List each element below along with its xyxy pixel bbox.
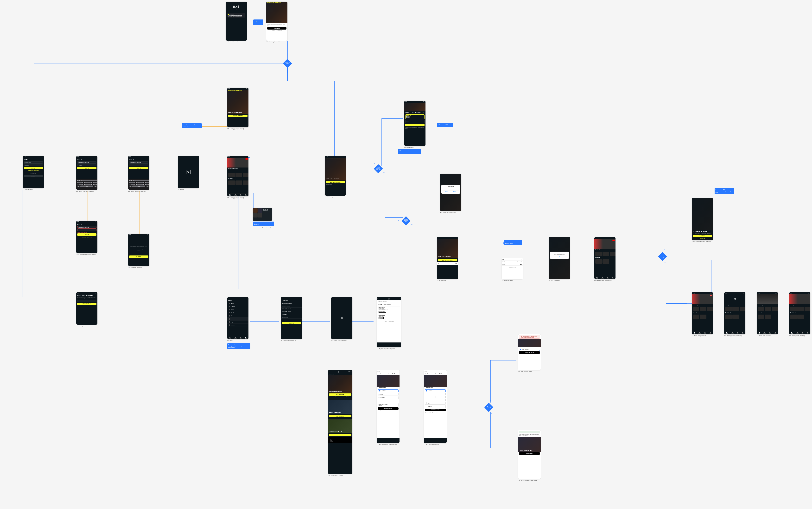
plan-annual[interactable]: BEST VALUE ANNUAL $99.99/yr — [405, 114, 424, 119]
hamburger-icon[interactable]: ☰ — [378, 298, 378, 300]
keyboard[interactable]: qwertyuiop asdfghjkl ⇧zxcvbnm⌫ 123spaceg… — [128, 179, 150, 190]
buy-button[interactable]: BUY NOW · $59.99 — [378, 407, 398, 410]
email-input[interactable]: Email address — [77, 300, 96, 302]
screen-web-pay-1: ‹ Back Purchase pay-per-view on DAZN 1. … — [377, 370, 399, 443]
email-input[interactable]: john.smith@example.com — [77, 161, 96, 164]
trophy-icon — [240, 194, 241, 195]
buy-button[interactable]: BUY NOW FOR $59.99 — [438, 259, 457, 261]
not-now-link[interactable]: NOT NOW — [693, 238, 712, 239]
signup-link[interactable]: SIGN UP — [348, 371, 352, 373]
continue-button[interactable]: CONTINUE — [405, 124, 424, 126]
plan-monthly[interactable]: MONTHLY $19.99/mo — [405, 120, 424, 123]
help-icon — [229, 321, 230, 323]
tab-schedule[interactable]: Schedule — [233, 194, 238, 196]
buy-now-button[interactable]: BUY NOW FOR $59.99 — [228, 114, 248, 117]
home-icon — [229, 303, 230, 304]
home-hero[interactable]: LIVE — [227, 158, 249, 168]
hamburger-icon[interactable]: ☰ — [329, 371, 329, 373]
tab-home[interactable]: Home — [227, 194, 233, 196]
screen-plans: 9:41●●● UPDATE YOUR SUBSCRIPTION BEST VA… — [404, 101, 425, 146]
hero: 8 PM EDT | SUPER MIDDLEWEIGHT CANELO VS … — [266, 2, 287, 23]
continue-browser-link[interactable]: CONTINUE IN BROWSER — [266, 30, 287, 31]
calendar-icon — [235, 194, 236, 195]
keyboard[interactable]: qwertyuiop asdfghjkl ⇧zxcvbnm⌫ 123spaceg… — [76, 179, 97, 190]
tab-sports[interactable]: Sports — [238, 194, 243, 196]
cc-exp-input[interactable]: MM/YY — [425, 396, 435, 398]
confirm-button[interactable]: Confirm — [451, 191, 459, 193]
change-pm-button[interactable]: CHANGE — [379, 317, 384, 319]
note-dashed: Placeholder — purchase state carried int… — [504, 240, 522, 245]
open-in-app-button[interactable]: OPEN IN APP — [267, 27, 287, 30]
decision-has-sub: Does the user have a sub after payment f… — [658, 252, 667, 261]
retry-button[interactable]: ↻RETRY — [129, 256, 149, 258]
forgot-password-link[interactable]: FORGOT PASSWORD? — [23, 170, 44, 172]
screen-signin-empty: 9:41●●● SIGN IN Email address Password S… — [23, 156, 44, 188]
caption: 1.0 · Push notification (lockscreen) — [226, 41, 243, 42]
eye-icon[interactable]: 👁 — [147, 165, 148, 166]
lock-time: 9:41 — [226, 2, 247, 9]
close-icon[interactable]: ✕ — [521, 259, 522, 260]
menu-item[interactable]: Home — [227, 302, 249, 305]
email-input[interactable]: Email address — [24, 161, 43, 164]
buy-now-button[interactable]: BUY NOW FOR $59.99 — [326, 181, 345, 183]
change-plan-button[interactable]: CHANGE PLAN — [379, 311, 386, 313]
screen-sys-modal: Confirm purchase Canelo vs Saunders PPV … — [440, 174, 461, 211]
screen-account: 9:41●●● ‹Account EMAIL & PASSWORD SUBSCR… — [281, 297, 302, 339]
cancel-button[interactable]: Cancel — [443, 191, 451, 193]
screen-notification: 9:41 Saturday, May 8 DAZN · now Canelo v… — [226, 2, 247, 41]
screen-generic-error: 9:41●●● SOMETHING WENT WRONG We couldn't… — [128, 234, 150, 266]
home-icon — [229, 194, 230, 195]
back-link[interactable]: ‹ Back — [377, 370, 399, 372]
watch-now-button[interactable]: WATCH NOW — [519, 452, 540, 454]
tabbar: Home Schedule Sports More — [227, 193, 249, 196]
send-reset-button[interactable]: SEND RESET LINK — [77, 303, 96, 305]
screen-upsell: SUBSCRIBE TO WATCH This content requires… — [692, 198, 713, 240]
user-icon[interactable]: ● — [400, 298, 400, 300]
cancel-sub-link[interactable]: CANCEL SUBSCRIPTION — [377, 321, 401, 322]
bell-icon — [229, 315, 230, 316]
signout-button[interactable]: SIGN OUT — [282, 322, 301, 324]
signup-button[interactable]: SIGN UP — [24, 175, 43, 177]
signin-button[interactable]: SIGN IN — [77, 167, 96, 169]
check-icon: ✓ — [520, 432, 520, 433]
signin-button[interactable]: SIGN IN — [129, 167, 149, 169]
signin-button[interactable]: SIGN IN — [77, 233, 96, 236]
password-input[interactable]: Password — [77, 164, 96, 166]
decision-signed-active: Currently signed in & active sub? — [374, 164, 383, 173]
pay-gpay[interactable]: Google Pay — [378, 396, 398, 399]
screen-smartbanner: 8 PM EDT | SUPER MIDDLEWEIGHT CANELO VS … — [266, 2, 287, 41]
screen-home-signed: 9:41●●● LIVE Canelo vs Saunders Coming U… — [227, 156, 249, 196]
cc-zip-input[interactable]: ZIP — [425, 399, 446, 401]
back-icon[interactable]: ‹ — [282, 300, 283, 301]
rail-card[interactable] — [228, 173, 235, 177]
screen-pdp-price: 9:41●●● 8 PM EDT | SUPER MIDDLEWEIGHTCAN… — [437, 237, 458, 279]
pay-paypal[interactable]: PayPal — [378, 393, 398, 396]
decision-app-installed: User has app installed? — [283, 59, 292, 68]
decision-ppv-access: User has access to PPV? — [401, 216, 411, 226]
system-alert: Confirm purchase Canelo vs Saunders PPV … — [442, 185, 460, 194]
cc-cvc-input[interactable]: CVC — [435, 396, 446, 398]
screen-menu: 9:41●●● Menu Home Schedule Sports Downlo… — [227, 297, 249, 339]
buy-ppv-button[interactable]: BUY PPV $59.99 — [329, 394, 351, 396]
subscribe-button[interactable]: SUBSCRIBE — [693, 235, 712, 237]
pay-card[interactable]: Credit / Debit Card — [378, 389, 398, 392]
screen-web-pay-ok: ✓You're all set Your purchase is confirm… — [518, 430, 541, 479]
screen-home-1: 9:41●●● LIVE Coming Up Catch Up HomeSche… — [692, 292, 713, 334]
ok-button[interactable]: OK — [551, 256, 568, 258]
deeplink-icon: 🔗 — [256, 22, 257, 23]
menu-icon — [246, 194, 246, 195]
signout-icon — [229, 325, 230, 326]
password-input[interactable]: ••••••••👁 — [129, 164, 149, 166]
screen-applepay-sheet: Pay✕ CARDVisa •••• 4242 DAZN$59.99 Pay w… — [502, 258, 523, 279]
password-input[interactable]: Password — [24, 164, 43, 166]
screen-lp-buy: 9:41●●● 8 PM EDT | SUPER MIDDLEWEIGHTCAN… — [227, 88, 249, 127]
cc-number-input[interactable]: Card number — [425, 393, 446, 395]
screen-splash-2: DA ZN — [331, 297, 352, 339]
screen-home-2: 9:41●●● DA ZN Coming Up Most Popular Hom… — [724, 292, 745, 334]
tab-more[interactable]: More — [243, 194, 249, 196]
widget-fightcard[interactable]: CANELO VS SAUNDERS — [253, 208, 272, 221]
screen-web-pay-error: !Your payment could not be processed. Pl… — [518, 334, 541, 370]
push-notification[interactable]: DAZN · now Canelo vs Saunders is about t… — [227, 13, 245, 18]
signin-button[interactable]: SIGN IN — [24, 167, 43, 169]
app-icon — [228, 13, 229, 14]
